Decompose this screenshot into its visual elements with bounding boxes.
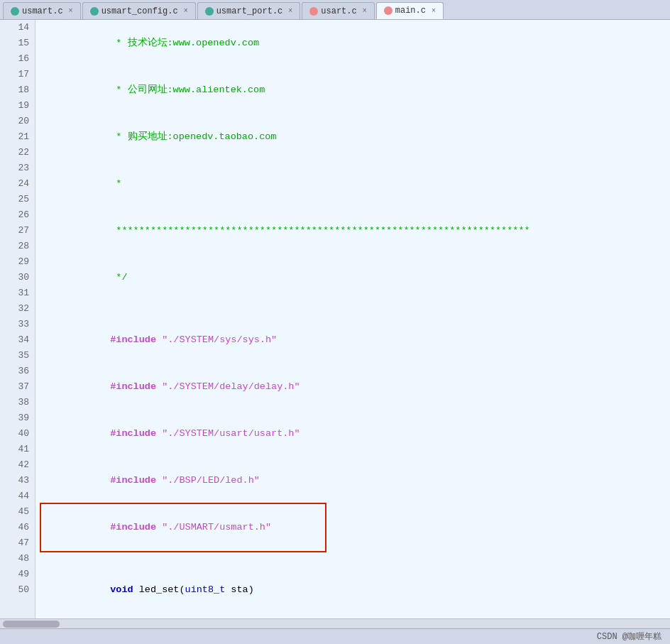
- code-line-23: #include "./SYSTEM/usart/usart.h": [41, 410, 670, 457]
- tab-label-usart: usart.c: [321, 6, 356, 16]
- tab-bar: usmart.c × usmart_config.c × usmart_port…: [0, 0, 670, 20]
- code-line-24: #include "./BSP/LED/led.h": [41, 457, 670, 504]
- tab-icon-usmart-config: [90, 7, 99, 16]
- tab-close-usmart-config[interactable]: ×: [184, 7, 188, 15]
- code-line-18: ****************************************…: [41, 207, 670, 254]
- code-line-19: */: [41, 254, 670, 301]
- code-lines-container: * 技术论坛:www.openedv.com * 公司网址:www.alient…: [35, 20, 670, 618]
- tab-icon-main: [384, 6, 392, 15]
- tab-close-usmart[interactable]: ×: [69, 7, 73, 15]
- code-area: 14 15 16 17 18 19 20 21 22 23 24 25 26 2…: [0, 20, 670, 618]
- code-line-26: [41, 551, 670, 567]
- line-numbers: 14 15 16 17 18 19 20 21 22 23 24 25 26 2…: [0, 20, 35, 618]
- code-content: 14 15 16 17 18 19 20 21 22 23 24 25 26 2…: [0, 20, 670, 618]
- code-line-28: ▫{: [41, 613, 670, 618]
- tab-usmart-config[interactable]: usmart_config.c ×: [82, 2, 196, 19]
- tab-label-main: main.c: [395, 6, 426, 16]
- tab-close-main[interactable]: ×: [432, 7, 436, 15]
- code-line-21: #include "./SYSTEM/sys/sys.h": [41, 317, 670, 364]
- tab-icon-usmart-port: [205, 7, 214, 16]
- tab-icon-usart: [309, 7, 318, 16]
- code-line-27: void led_set(uint8_t sta): [41, 567, 670, 613]
- tab-main[interactable]: main.c ×: [376, 2, 444, 19]
- status-bar: CSDN @咖喱年糕: [0, 628, 670, 644]
- tab-label-usmart: usmart.c: [22, 6, 63, 16]
- tab-label-usmart-port: usmart_port.c: [216, 6, 283, 16]
- code-line-20: [41, 301, 670, 317]
- code-line-15: * 公司网址:www.alientek.com: [41, 67, 670, 114]
- tab-usmart[interactable]: usmart.c ×: [3, 2, 81, 19]
- code-line-16: * 购买地址:openedv.taobao.com: [41, 114, 670, 160]
- scrollbar-thumb[interactable]: [3, 621, 60, 628]
- tab-label-usmart-config: usmart_config.c: [101, 6, 178, 16]
- tab-close-usmart-port[interactable]: ×: [288, 7, 292, 15]
- code-line-17: *: [41, 160, 670, 207]
- code-line-22: #include "./SYSTEM/delay/delay.h": [41, 364, 670, 410]
- code-line-25: #include "./USMART/usmart.h": [41, 504, 325, 551]
- tab-usart[interactable]: usart.c ×: [302, 2, 374, 19]
- code-line-14: * 技术论坛:www.openedv.com: [41, 20, 670, 67]
- tab-close-usart[interactable]: ×: [363, 7, 367, 15]
- tab-icon-usmart: [11, 7, 19, 16]
- editor-container: usmart.c × usmart_config.c × usmart_port…: [0, 0, 670, 644]
- watermark-text: CSDN @咖喱年糕: [597, 631, 661, 643]
- tab-usmart-port[interactable]: usmart_port.c ×: [197, 2, 301, 19]
- horizontal-scrollbar[interactable]: [0, 618, 670, 628]
